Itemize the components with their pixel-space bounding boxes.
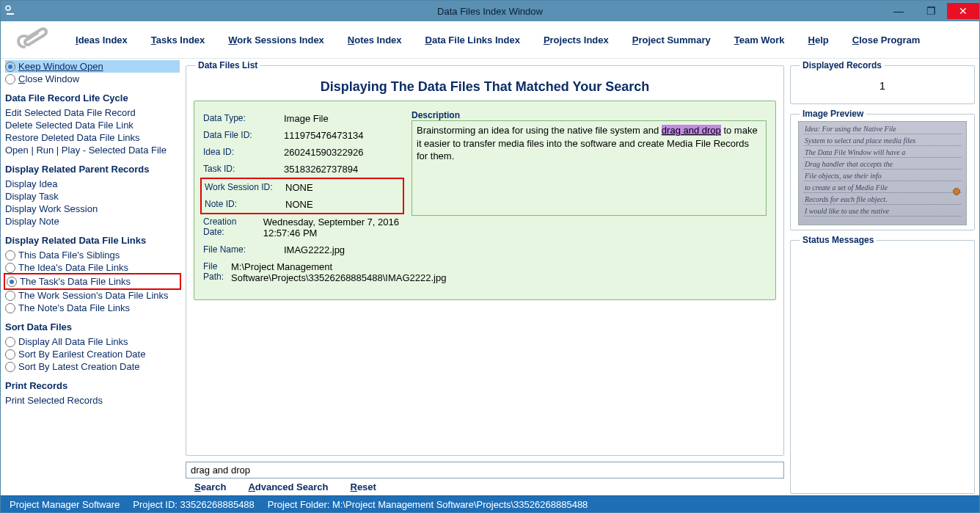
status-app-name: Project Manager Software [10,499,120,510]
menu-notes-index[interactable]: Notes Index [348,34,402,46]
menu-ideas-index[interactable]: Ideas Index [76,34,128,46]
radio-ideas-links[interactable]: The Idea's Data File Links [5,261,180,274]
advanced-search-button[interactable]: Advanced Search [248,481,328,492]
link-print-selected[interactable]: Print Selected Records [5,394,180,407]
section-related-parent: Display Related Parent Records [5,164,180,175]
right-column: Displayed Records 1 Image Preview Idea: … [790,60,975,494]
value-data-file-id: 111975476473134 [284,130,363,141]
radio-icon [7,277,17,287]
status-project-id: Project ID: 33526268885488 [133,499,255,510]
menu-tasks-index[interactable]: Tasks Index [151,34,205,46]
displayed-records-legend: Displayed Records [800,60,885,70]
radio-sort-latest[interactable]: Sort By Latest Creation Date [5,360,180,373]
radio-icon [5,74,15,84]
value-idea-id: 260241590322926 [284,147,363,158]
sidebar: Keep Window Open Close Window Data File … [5,60,180,494]
window-title: Data Files Index Window [1,6,979,17]
link-display-work-session[interactable]: Display Work Session [5,203,180,215]
value-task-id: 35183262737894 [284,164,358,175]
status-project-folder: Project Folder: M:\Project Management So… [268,499,588,510]
radio-icon [5,263,15,273]
label-task-id: Task ID: [203,164,277,175]
radio-siblings[interactable]: This Data File's Siblings [5,249,180,261]
radio-icon [5,349,15,360]
menu-project-summary[interactable]: Project Summary [632,34,711,46]
radio-icon [5,337,15,347]
link-delete-link[interactable]: Delete Selected Data File Link [5,119,180,131]
menu-projects-index[interactable]: Projects Index [544,34,609,46]
image-preview: Image Preview Idea: For using the Native… [790,109,975,230]
radio-icon [5,250,15,261]
data-files-list-title: Displaying The Data Files That Matched Y… [194,79,776,95]
menu-data-file-links-index[interactable]: Data File Links Index [425,34,520,46]
statusbar: Project Manager Software Project ID: 335… [1,495,979,512]
menu-close-program[interactable]: Close Program [852,34,920,46]
highlighted-term: drag and drop [662,125,721,136]
radio-tasks-links[interactable]: The Task's Data File Links [7,275,178,288]
search-bar [186,462,784,479]
label-file-name: File Name: [203,244,277,255]
image-preview-legend: Image Preview [800,109,866,119]
menu-work-sessions-index[interactable]: Work Sessions Index [228,34,324,46]
section-lifecycle: Data File Record Life Cycle [5,92,180,103]
radio-note-links[interactable]: The Note's Data File Links [5,302,180,314]
label-note-id: Note ID: [205,199,278,210]
link-edit-record[interactable]: Edit Selected Data File Record [5,106,180,119]
radio-icon [5,362,15,372]
link-display-task[interactable]: Display Task [5,190,180,203]
search-button[interactable]: Search [194,481,226,492]
value-note-id: NONE [285,199,313,210]
link-restore-links[interactable]: Restore Deleted Data File Links [5,131,180,144]
radio-icon [5,291,15,301]
status-messages: Status Messages [790,235,975,494]
window: Data Files Index Window — ❐ ✕ Ideas Inde… [0,0,980,513]
value-data-type: Image File [284,113,329,124]
label-data-file-id: Data File ID: [203,130,277,141]
section-related-links: Display Related Data File Links [5,235,180,246]
label-data-type: Data Type: [203,113,277,124]
menu-team-work[interactable]: Team Work [734,34,785,46]
menubar: Ideas Index Tasks Index Work Sessions In… [1,21,979,59]
main: Data Files List Displaying The Data File… [186,60,784,494]
body: Keep Window Open Close Window Data File … [1,59,979,495]
titlebar: Data Files Index Window — ❐ ✕ [1,1,979,21]
section-sort: Sort Data Files [5,321,180,332]
reset-button[interactable]: Reset [350,481,376,492]
label-idea-id: Idea ID: [203,147,277,158]
menu-help[interactable]: Help [808,34,829,46]
displayed-records: Displayed Records 1 [790,60,975,104]
label-description: Description [412,110,767,120]
value-description: Brainstorming an idea for using the nati… [412,120,767,216]
data-files-list-legend: Data Files List [195,60,260,70]
radio-close-window[interactable]: Close Window [5,73,180,85]
label-work-session-id: Work Session ID: [205,182,278,193]
radio-icon [5,303,15,313]
value-file-name: IMAG2222.jpg [284,244,345,255]
radio-keep-window-open[interactable]: Keep Window Open [5,60,180,73]
link-display-note[interactable]: Display Note [5,215,180,228]
search-links: Search Advanced Search Reset [186,479,784,494]
status-messages-legend: Status Messages [800,235,877,245]
radio-sort-earliest[interactable]: Sort By Earilest Creation Date [5,348,180,360]
search-input[interactable] [186,462,784,479]
label-file-path: File Path: [203,261,224,283]
preview-image[interactable]: Idea: For using the Native File System t… [798,121,967,225]
preview-dot-icon [953,188,960,195]
data-files-list: Data Files List Displaying The Data File… [186,60,784,456]
value-work-session-id: NONE [285,182,313,193]
section-print: Print Records [5,380,180,391]
app-logo-icon [15,26,52,54]
value-creation-date: Wednesday, September 7, 2016 12:57:46 PM [263,217,401,239]
radio-work-links[interactable]: The Work Session's Data File Links [5,289,180,302]
link-display-idea[interactable]: Display Idea [5,178,180,190]
label-creation-date: Creation Date: [203,217,256,239]
radio-sort-all[interactable]: Display All Data File Links [5,335,180,348]
data-file-record[interactable]: Data Type:Image File Data File ID:111975… [194,101,776,300]
radio-icon [5,62,15,72]
link-open-run-play[interactable]: Open | Run | Play - Selected Data File [5,144,180,156]
displayed-records-value: 1 [798,75,967,96]
